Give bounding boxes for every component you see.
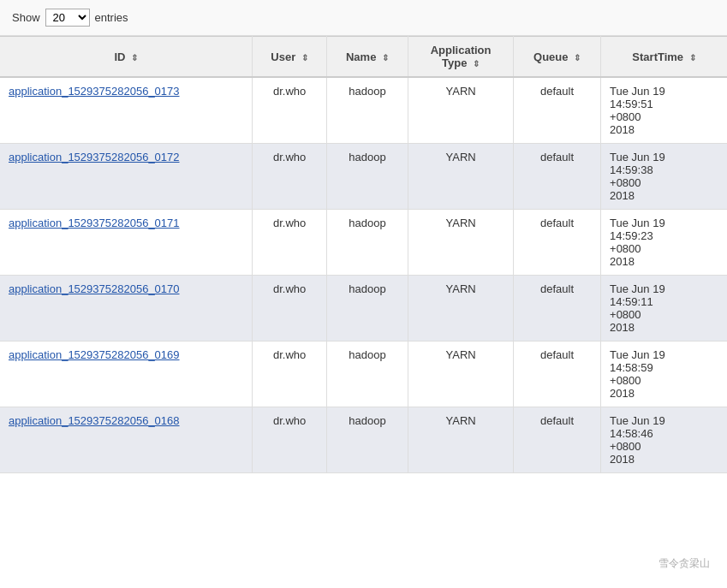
cell-apptype: YARN <box>408 144 514 210</box>
col-user-sort-icon: ⇕ <box>301 53 308 62</box>
cell-name: hadoop <box>326 210 408 276</box>
col-name[interactable]: Name ⇕ <box>326 37 408 78</box>
cell-id: application_1529375282056_0170 <box>0 276 253 342</box>
table-row: application_1529375282056_0172dr.whohado… <box>0 144 727 210</box>
col-apptype[interactable]: ApplicationType ⇕ <box>408 37 514 78</box>
application-id-link[interactable]: application_1529375282056_0172 <box>9 151 180 163</box>
table-row: application_1529375282056_0173dr.whohado… <box>0 77 727 144</box>
col-queue[interactable]: Queue ⇕ <box>514 37 601 78</box>
cell-id: application_1529375282056_0172 <box>0 144 253 210</box>
entries-select[interactable]: 20 10 50 100 <box>45 9 90 27</box>
cell-queue: default <box>514 144 601 210</box>
cell-apptype: YARN <box>408 407 514 473</box>
cell-starttime: Tue Jun 19 14:59:38 +0800 2018 <box>601 144 727 210</box>
col-user-label: User <box>271 50 295 63</box>
cell-id: application_1529375282056_0169 <box>0 342 253 407</box>
cell-queue: default <box>514 276 601 342</box>
cell-starttime: Tue Jun 19 14:59:23 +0800 2018 <box>601 210 727 276</box>
header-row: ID ⇕ User ⇕ Name ⇕ ApplicationType ⇕ Que… <box>0 37 727 78</box>
table-header: ID ⇕ User ⇕ Name ⇕ ApplicationType ⇕ Que… <box>0 37 727 78</box>
applications-table: ID ⇕ User ⇕ Name ⇕ ApplicationType ⇕ Que… <box>0 36 727 473</box>
cell-user: dr.who <box>253 77 327 144</box>
cell-id: application_1529375282056_0173 <box>0 77 253 144</box>
watermark: 雪令贪梁山 <box>658 556 710 571</box>
col-id-label: ID <box>114 50 125 63</box>
col-queue-label: Queue <box>533 50 568 63</box>
cell-queue: default <box>514 77 601 144</box>
cell-user: dr.who <box>253 276 327 342</box>
cell-queue: default <box>514 407 601 473</box>
cell-apptype: YARN <box>408 276 514 342</box>
application-id-link[interactable]: application_1529375282056_0173 <box>9 85 180 98</box>
col-starttime-sort-icon: ⇕ <box>689 53 696 62</box>
cell-user: dr.who <box>253 144 327 210</box>
cell-name: hadoop <box>326 276 408 342</box>
cell-user: dr.who <box>253 342 327 407</box>
col-name-label: Name <box>346 50 376 63</box>
col-starttime-label: StartTime <box>632 50 683 63</box>
top-bar: Show 20 10 50 100 entries <box>0 0 727 36</box>
cell-starttime: Tue Jun 19 14:58:46 +0800 2018 <box>601 407 727 473</box>
cell-apptype: YARN <box>408 210 514 276</box>
application-id-link[interactable]: application_1529375282056_0170 <box>9 282 180 295</box>
cell-user: dr.who <box>253 210 327 276</box>
col-name-sort-icon: ⇕ <box>382 53 389 62</box>
cell-apptype: YARN <box>408 77 514 144</box>
cell-apptype: YARN <box>408 342 514 407</box>
cell-queue: default <box>514 210 601 276</box>
table-row: application_1529375282056_0169dr.whohado… <box>0 342 727 407</box>
col-starttime[interactable]: StartTime ⇕ <box>601 37 727 78</box>
col-queue-sort-icon: ⇕ <box>574 53 581 62</box>
show-label: Show <box>12 11 40 24</box>
cell-queue: default <box>514 342 601 407</box>
cell-name: hadoop <box>326 77 408 144</box>
table-body: application_1529375282056_0173dr.whohado… <box>0 77 727 473</box>
col-apptype-sort-icon: ⇕ <box>473 59 480 68</box>
table-row: application_1529375282056_0168dr.whohado… <box>0 407 727 473</box>
cell-id: application_1529375282056_0168 <box>0 407 253 473</box>
cell-name: hadoop <box>326 407 408 473</box>
application-id-link[interactable]: application_1529375282056_0168 <box>9 414 180 427</box>
application-id-link[interactable]: application_1529375282056_0169 <box>9 348 180 361</box>
table-row: application_1529375282056_0171dr.whohado… <box>0 210 727 276</box>
table-wrapper: ID ⇕ User ⇕ Name ⇕ ApplicationType ⇕ Que… <box>0 36 727 473</box>
col-apptype-label: ApplicationType <box>431 44 492 69</box>
col-id-sort-icon: ⇕ <box>131 53 138 62</box>
cell-starttime: Tue Jun 19 14:59:51 +0800 2018 <box>601 77 727 144</box>
table-row: application_1529375282056_0170dr.whohado… <box>0 276 727 342</box>
cell-name: hadoop <box>326 342 408 407</box>
cell-name: hadoop <box>326 144 408 210</box>
cell-user: dr.who <box>253 407 327 473</box>
application-id-link[interactable]: application_1529375282056_0171 <box>9 217 180 229</box>
cell-starttime: Tue Jun 19 14:59:11 +0800 2018 <box>601 276 727 342</box>
col-id[interactable]: ID ⇕ <box>0 37 253 78</box>
cell-id: application_1529375282056_0171 <box>0 210 253 276</box>
col-user[interactable]: User ⇕ <box>253 37 327 78</box>
cell-starttime: Tue Jun 19 14:58:59 +0800 2018 <box>601 342 727 407</box>
entries-label: entries <box>95 11 128 24</box>
